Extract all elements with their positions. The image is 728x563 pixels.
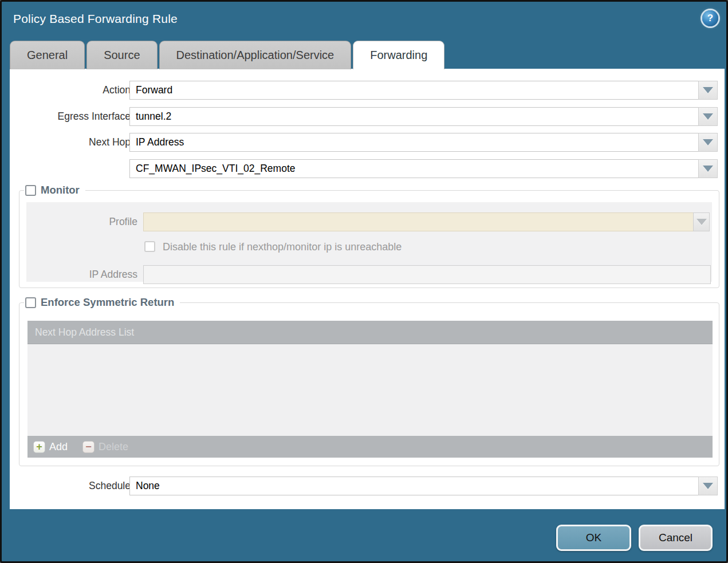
- symmetric-return-section: Enforce Symmetric Return Next Hop Addres…: [19, 302, 719, 466]
- action-select[interactable]: Forward: [129, 81, 699, 100]
- next-hop-address-list-column-header: Next Hop Address List: [27, 321, 713, 344]
- minus-icon: −: [82, 441, 95, 453]
- dialog-title: Policy Based Forwarding Rule: [13, 12, 178, 26]
- ok-button[interactable]: OK: [556, 525, 631, 551]
- egress-interface-select[interactable]: tunnel.2: [129, 107, 699, 126]
- forwarding-tab-panel: Action Forward Egress Interface tunnel.2…: [10, 69, 725, 509]
- tab-bar: General Source Destination/Application/S…: [10, 41, 444, 69]
- pbf-rule-dialog: Policy Based Forwarding Rule ? General S…: [0, 0, 728, 563]
- chevron-down-icon: [703, 139, 713, 145]
- tab-general[interactable]: General: [10, 41, 85, 69]
- monitor-legend: Monitor: [24, 184, 85, 196]
- chevron-down-icon: [703, 87, 713, 93]
- next-hop-type-select[interactable]: IP Address: [129, 133, 699, 152]
- next-hop-address-list-body[interactable]: [27, 344, 713, 436]
- schedule-select[interactable]: None: [129, 477, 699, 495]
- add-button-label: Add: [49, 441, 68, 453]
- monitor-checkbox[interactable]: [25, 185, 36, 196]
- next-hop-label: Next Hop: [16, 133, 131, 152]
- disable-rule-checkbox: [144, 241, 155, 252]
- chevron-down-icon: [696, 219, 707, 225]
- schedule-dropdown-button[interactable]: [698, 477, 718, 495]
- next-hop-type-dropdown-button[interactable]: [698, 133, 718, 152]
- help-question-glyph: ?: [707, 13, 713, 24]
- action-dropdown-button[interactable]: [698, 81, 718, 100]
- chevron-down-icon: [703, 166, 713, 172]
- schedule-label: Schedule: [16, 477, 131, 495]
- next-hop-address-list-toolbar: + Add − Delete: [27, 436, 713, 458]
- tab-forwarding[interactable]: Forwarding: [353, 41, 444, 69]
- add-button[interactable]: + Add: [33, 441, 68, 453]
- disable-rule-label: Disable this rule if nexthop/monitor ip …: [163, 241, 402, 253]
- chevron-down-icon: [703, 113, 713, 120]
- plus-icon: +: [33, 441, 45, 453]
- delete-button: − Delete: [82, 441, 128, 453]
- monitor-ip-address-label: IP Address: [23, 265, 137, 284]
- delete-button-label: Delete: [99, 441, 128, 453]
- symmetric-return-legend-label: Enforce Symmetric Return: [41, 296, 174, 309]
- symmetric-return-legend: Enforce Symmetric Return: [24, 296, 180, 309]
- next-hop-address-table: Next Hop Address List + Add − Delete: [27, 321, 713, 458]
- profile-dropdown-button: [693, 212, 710, 231]
- monitor-ip-address-input: [143, 265, 711, 284]
- next-hop-address-select[interactable]: CF_MWAN_IPsec_VTI_02_Remote: [129, 159, 699, 178]
- help-icon[interactable]: ?: [702, 10, 718, 26]
- chevron-down-icon: [703, 483, 713, 489]
- action-label: Action: [16, 81, 131, 100]
- next-hop-address-dropdown-button[interactable]: [698, 159, 718, 178]
- enforce-symmetric-return-checkbox[interactable]: [25, 297, 36, 308]
- egress-interface-dropdown-button[interactable]: [698, 107, 718, 126]
- profile-select: [143, 212, 694, 231]
- cancel-button[interactable]: Cancel: [639, 525, 713, 551]
- tab-source[interactable]: Source: [86, 41, 157, 69]
- monitor-legend-label: Monitor: [41, 184, 80, 196]
- tab-destination-application-service[interactable]: Destination/Application/Service: [159, 41, 352, 69]
- egress-interface-label: Egress Interface: [16, 107, 131, 126]
- monitor-section: Monitor Profile Disable this rule if nex…: [19, 190, 719, 288]
- profile-label: Profile: [23, 212, 137, 231]
